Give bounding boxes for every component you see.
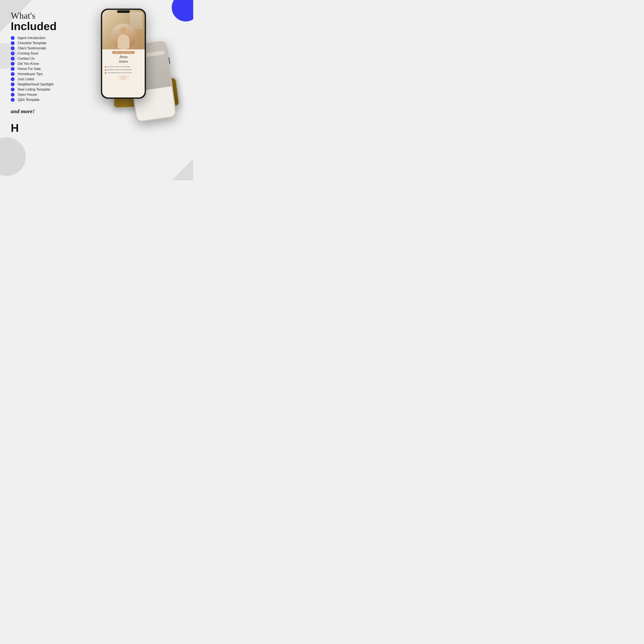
- detail-dot-3: [105, 72, 106, 74]
- agent-name-line2: James: [119, 59, 128, 64]
- headline-included: Included: [11, 21, 92, 32]
- and-more-text: and more!: [11, 108, 92, 115]
- bullet-dot: [11, 82, 15, 86]
- checklist-item-text: Client Testimonials: [18, 46, 46, 50]
- phone-1-frame: MEET YOUR AGENT Anna James (#) Years of …: [101, 9, 146, 99]
- phone-1: MEET YOUR AGENT Anna James (#) Years of …: [101, 9, 146, 99]
- checklist-item-text: Neighborhood Spotlight: [18, 82, 53, 86]
- agent-detail-2: Expertise in (Type of Property/Area): [105, 69, 142, 71]
- bullet-dot: [11, 67, 15, 71]
- checklist-item: Q&A Template: [11, 98, 92, 102]
- detail-text-3: Personalized service for every client: [108, 72, 132, 74]
- bullet-dot: [11, 52, 15, 55]
- phones-panel: MEET YOUR AGENT Anna James (#) Years of …: [92, 9, 185, 187]
- decorative-bottom: [102, 76, 145, 80]
- bullet-dot: [11, 46, 15, 50]
- agent-name-line1: Anna: [119, 55, 128, 59]
- agent-detail-1: (#) Years of success in real estate: [105, 66, 142, 68]
- bullet-dot: [11, 57, 15, 61]
- detail-dot-1: [105, 66, 106, 68]
- checklist-item: New Listing Template: [11, 88, 92, 91]
- logo-icon: H: [11, 121, 21, 133]
- agent-details: (#) Years of success in real estate Expe…: [102, 66, 145, 74]
- checklist-item: Agent Introduction: [11, 36, 92, 40]
- checklist-item: Open House: [11, 93, 92, 97]
- checklist-item-text: Coming Soon: [18, 52, 38, 55]
- bullet-dot: [11, 36, 15, 40]
- checklist-item: Checklist Template: [11, 41, 92, 45]
- checklist-item: Just Listed: [11, 77, 92, 81]
- detail-dot-2: [105, 69, 106, 71]
- checklist-item-text: Agent Introduction: [18, 36, 46, 40]
- agent-photo-circle: [111, 24, 136, 49]
- detail-text-2: Expertise in (Type of Property/Area): [108, 69, 131, 71]
- checklist-item-text: Q&A Template: [18, 98, 39, 102]
- checklist-item-text: Just Listed: [18, 77, 34, 81]
- agent-silhouette: [111, 24, 136, 49]
- agent-head: [120, 27, 127, 33]
- phone-1-notch: [117, 10, 130, 13]
- bullet-dot: [11, 41, 15, 45]
- checklist-item: Coming Soon: [11, 52, 92, 55]
- bottom-decoration: [117, 76, 130, 80]
- checklist-item: Client Testimonials: [11, 46, 92, 50]
- checklist-item-text: Homebuyer Tips: [18, 72, 43, 76]
- checklist-item-text: Did You Know: [18, 62, 39, 66]
- checklist-item: Homebuyer Tips: [11, 72, 92, 76]
- agent-name: Anna James: [102, 55, 145, 64]
- checklist-item-text: Checklist Template: [18, 41, 46, 45]
- svg-text:H: H: [11, 122, 19, 133]
- meet-badge: MEET YOUR AGENT: [112, 51, 135, 54]
- checklist-item: Neighborhood Spotlight: [11, 82, 92, 86]
- checklist-item-text: Contact Us: [18, 57, 35, 61]
- bullet-dot: [11, 62, 15, 66]
- checklist-item-text: Open House: [18, 93, 37, 97]
- logo: H: [11, 121, 92, 134]
- bullet-dot: [11, 93, 15, 97]
- checklist-item: Contact Us: [11, 57, 92, 61]
- bullet-dot: [11, 77, 15, 81]
- phone-1-screen: MEET YOUR AGENT Anna James (#) Years of …: [102, 10, 145, 97]
- house-photo-area: [102, 10, 145, 49]
- checklist-item-text: Home For Sale: [18, 67, 41, 71]
- meet-badge-wrapper: MEET YOUR AGENT: [102, 51, 145, 55]
- checklist-item-text: New Listing Template: [18, 88, 50, 91]
- feature-checklist: Agent IntroductionChecklist TemplateClie…: [11, 36, 92, 103]
- bullet-dot: [11, 98, 15, 102]
- left-panel: What's Included Agent IntroductionCheckl…: [11, 9, 92, 187]
- headline-whats: What's: [11, 11, 92, 21]
- checklist-item: Did You Know: [11, 62, 92, 66]
- agent-detail-3: Personalized service for every client: [105, 72, 142, 74]
- headline: What's Included: [11, 11, 92, 32]
- agent-body: [118, 34, 129, 49]
- bullet-dot: [11, 88, 15, 91]
- bullet-dot: [11, 72, 15, 76]
- detail-text-1: (#) Years of success in real estate: [108, 66, 130, 68]
- checklist-item: Home For Sale: [11, 67, 92, 71]
